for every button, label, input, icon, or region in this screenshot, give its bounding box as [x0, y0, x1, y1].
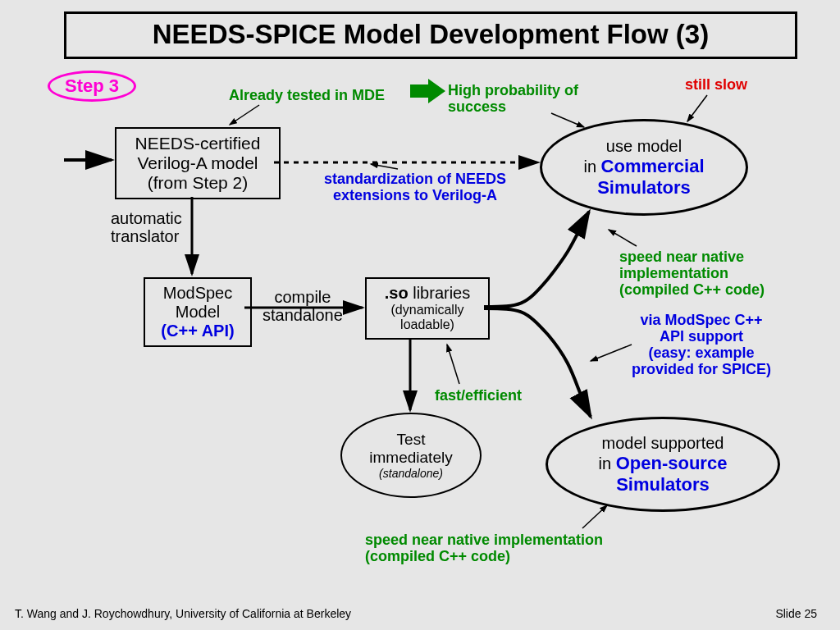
- svg-line-9: [447, 345, 459, 384]
- text-line: Test: [397, 431, 426, 449]
- text-line: ModSpec: [148, 284, 247, 303]
- step-badge: Step 3: [48, 71, 136, 102]
- label-via-modspec: via ModSpec C++ API support (easy: examp…: [632, 312, 771, 378]
- ellipse-test-immediately: Test immediately (standalone): [340, 413, 482, 498]
- label-high-prob: High probability of success: [448, 82, 578, 115]
- label-compile: compile standalone: [262, 288, 343, 325]
- label-still-slow: still slow: [685, 76, 747, 93]
- text-line: Simulators: [616, 474, 710, 495]
- label-speed-top: speed near native implementation (compil…: [619, 249, 765, 298]
- footer-left: T. Wang and J. Roychowdhury, University …: [15, 607, 351, 620]
- label-speed-bottom: speed near native implementation (compil…: [365, 532, 603, 564]
- slide-title: NEEDS-SPICE Model Development Flow (3): [153, 19, 709, 49]
- text-line: (standalone): [379, 467, 443, 480]
- box-needs-certified: NEEDS-certified Verilog-A model (from St…: [115, 127, 281, 199]
- svg-line-7: [687, 95, 707, 121]
- svg-line-5: [230, 105, 259, 125]
- text-line: use model: [606, 137, 682, 156]
- text-line: in Open-source: [599, 453, 728, 473]
- text-line: immediately: [369, 449, 452, 467]
- svg-line-12: [582, 505, 607, 528]
- svg-line-6: [551, 113, 584, 127]
- text-line: (dynamically: [370, 303, 485, 317]
- box-so-libraries: .so libraries (dynamically loadable): [365, 277, 490, 340]
- label-fast-efficient: fast/efficient: [435, 387, 522, 404]
- svg-line-11: [591, 345, 632, 361]
- ellipse-commercial-simulators: use model in Commercial Simulators: [540, 119, 748, 216]
- text-line: Model: [148, 303, 247, 322]
- label-auto-translator: automatic translator: [111, 209, 182, 246]
- label-already-tested: Already tested in MDE: [229, 87, 385, 103]
- ellipse-opensource-simulators: model supported in Open-source Simulator…: [546, 417, 780, 512]
- text-line: Simulators: [597, 177, 691, 198]
- text-line: .so libraries: [370, 284, 485, 303]
- footer-right: Slide 25: [775, 607, 817, 620]
- svg-line-10: [609, 230, 637, 246]
- svg-line-8: [371, 164, 398, 169]
- slide: NEEDS-SPICE Model Development Flow (3) S…: [0, 0, 840, 630]
- text-line: in Commercial: [583, 156, 704, 176]
- text-line: (from Step 2): [120, 173, 276, 193]
- text-line: loadable): [370, 317, 485, 332]
- text-line: NEEDS-certified: [120, 134, 276, 153]
- text-line: model supported: [602, 434, 724, 453]
- slide-title-box: NEEDS-SPICE Model Development Flow (3): [64, 11, 797, 59]
- text-line: Verilog-A model: [120, 153, 276, 173]
- box-modspec: ModSpec Model (C++ API): [144, 277, 252, 347]
- block-arrow-icon: [410, 79, 445, 103]
- label-standardization: standardization of NEEDS extensions to V…: [324, 171, 506, 203]
- text-line: (C++ API): [148, 322, 247, 340]
